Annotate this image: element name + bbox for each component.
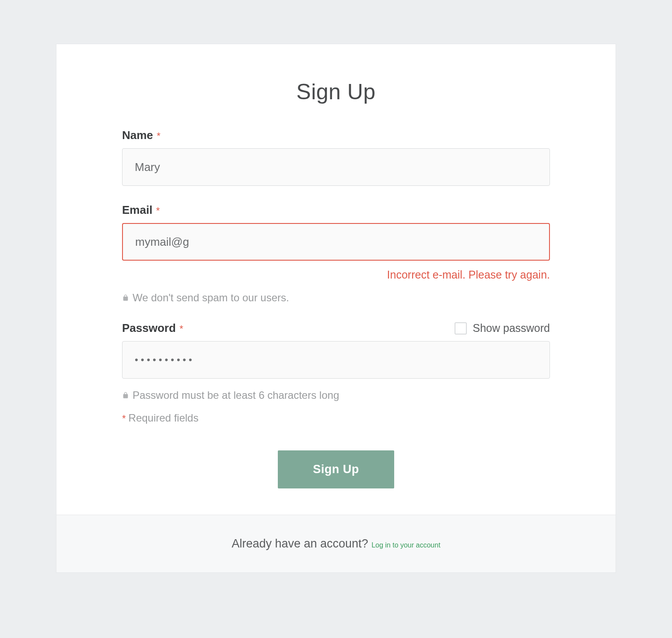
card-body: Sign Up Name * Email * Incorrect e-mail. [56, 44, 616, 515]
lock-icon [122, 391, 129, 399]
signup-button[interactable]: Sign Up [278, 450, 394, 488]
footer-text: Already have an account? [231, 537, 371, 550]
name-label-row: Name * [122, 129, 550, 142]
required-asterisk: * [156, 205, 160, 216]
password-input[interactable] [122, 341, 550, 379]
submit-wrapper: Sign Up [122, 450, 550, 488]
email-helper-text: We don't send spam to our users. [122, 292, 550, 304]
show-password-toggle[interactable]: Show password [455, 322, 550, 335]
page-title: Sign Up [122, 79, 550, 105]
name-input[interactable] [122, 148, 550, 186]
email-error-message: Incorrect e-mail. Please try again. [122, 268, 550, 281]
password-label: Password [122, 321, 176, 335]
password-label-wrapper: Password * [122, 321, 183, 335]
login-link[interactable]: Log in to your account [371, 541, 440, 549]
show-password-checkbox[interactable] [455, 322, 467, 335]
email-label-wrapper: Email * [122, 203, 160, 217]
required-asterisk: * [122, 413, 126, 424]
show-password-label: Show password [473, 322, 550, 335]
required-asterisk: * [157, 130, 161, 141]
email-helper-message: We don't send spam to our users. [133, 292, 289, 304]
email-input[interactable] [122, 223, 550, 261]
name-label-wrapper: Name * [122, 129, 161, 142]
password-label-row: Password * Show password [122, 321, 550, 335]
password-form-group: Password * Show password Password must b… [122, 321, 550, 424]
password-helper-text: Password must be at least 6 characters l… [122, 389, 550, 401]
email-label-row: Email * [122, 203, 550, 217]
required-asterisk: * [179, 323, 183, 334]
lock-icon [122, 294, 129, 302]
required-fields-text: Required fields [129, 412, 199, 424]
card-footer: Already have an account? Log in to your … [56, 515, 616, 572]
email-label: Email [122, 203, 152, 216]
signup-card: Sign Up Name * Email * Incorrect e-mail. [56, 44, 616, 573]
email-form-group: Email * Incorrect e-mail. Please try aga… [122, 203, 550, 304]
name-label: Name [122, 129, 153, 142]
name-form-group: Name * [122, 129, 550, 186]
password-helper-message: Password must be at least 6 characters l… [133, 389, 339, 401]
required-fields-note: *Required fields [122, 412, 550, 424]
